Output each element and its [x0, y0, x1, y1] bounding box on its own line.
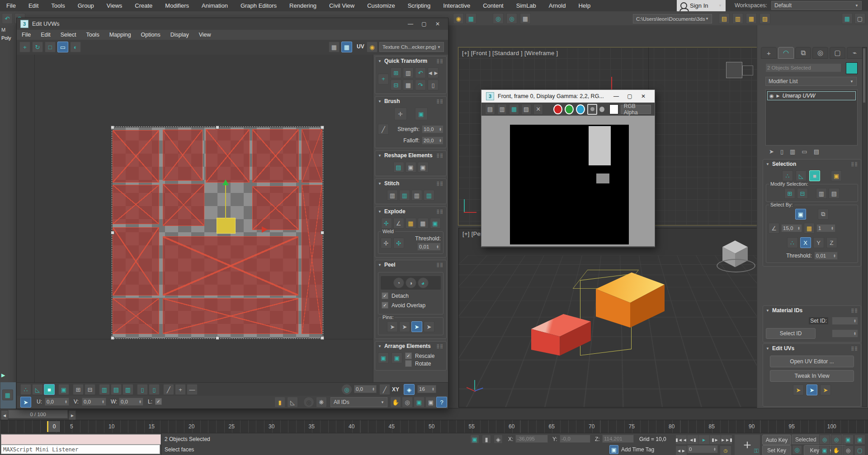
uv-layout-icon[interactable]: ▦ [2, 389, 13, 400]
rotate-cw-icon[interactable]: ↷ [415, 80, 426, 90]
rotate-checkbox[interactable] [405, 360, 412, 367]
marquee-handle[interactable] [321, 336, 324, 340]
uv-select-column-icon[interactable]: ▤ [111, 384, 122, 395]
time-slider[interactable]: 0 [47, 421, 61, 432]
pan-view-icon[interactable]: ✋ [831, 446, 842, 455]
rollout-header[interactable]: ▼ Stitch ⣿⣿ [375, 179, 446, 188]
menu-item[interactable]: File [0, 0, 22, 11]
edge-limit-field[interactable]: 16▲▼ [417, 385, 436, 393]
straighten-icon[interactable]: ▤ [393, 162, 404, 173]
filter-selected-faces-icon[interactable]: ◺ [287, 397, 298, 408]
orange-box-object[interactable] [596, 272, 665, 328]
move-brush-icon[interactable]: ✛ [394, 108, 407, 120]
menu-item[interactable]: Edit [22, 0, 45, 11]
select-threshold-field[interactable]: 0,01▲▼ [814, 252, 838, 260]
uv-brush-smaller-icon[interactable]: — [187, 384, 198, 395]
viewcube-ring[interactable] [717, 259, 755, 272]
uv-element-icon[interactable]: ▣ [58, 384, 69, 395]
flatten-by-group-icon[interactable]: ✢ [381, 218, 392, 229]
menu-item[interactable]: SimLab [510, 0, 542, 11]
uv-canvas[interactable] [17, 55, 373, 400]
select-mat-id-icon[interactable]: ▦ [804, 223, 815, 234]
space-horizontal-icon[interactable]: ⊟ [391, 80, 401, 90]
weld-custom-icon[interactable]: ✢ [381, 238, 392, 249]
falloff-shape-icon[interactable]: ╱ [378, 124, 389, 135]
open-scene-explorer-icon[interactable]: ▥ [732, 13, 743, 24]
rendered-image[interactable] [510, 125, 629, 244]
pin-icon[interactable]: ➤ [387, 321, 398, 332]
weld-selected-icon[interactable]: ✣ [393, 238, 404, 249]
project-folder-field[interactable]: C:\Users\leon\Documents\3ds Max 2020 ▼ [633, 14, 712, 23]
object-name-field[interactable]: 2 Objects Selected [765, 63, 841, 72]
marquee-handle[interactable] [321, 231, 324, 235]
auto-key-button[interactable]: Auto Key [762, 435, 791, 445]
zoom-icon[interactable]: ◎ [402, 397, 413, 408]
flatten-custom-icon[interactable]: ▣ [430, 218, 441, 229]
go-to-start-icon[interactable]: ▮◄◄ [675, 435, 687, 445]
uv-menu-item[interactable]: Select [56, 32, 81, 38]
grow-selection-icon[interactable]: ⊞ [784, 188, 795, 199]
channel-dropdown[interactable]: RGB Alpha [621, 105, 651, 114]
uv-move-icon[interactable]: + [19, 42, 30, 52]
zoom-extents-icon[interactable]: ▣ [425, 397, 436, 408]
brush-falloff-field[interactable]: 20,0▲▼ [422, 136, 443, 145]
set-keys-button[interactable]: +⚿ [734, 434, 760, 455]
align-horizontal-icon[interactable]: ⊞ [391, 67, 401, 78]
rollout-header[interactable]: ▼ Explode ⣿⣿ [375, 207, 446, 216]
alpha-channel-icon[interactable] [599, 107, 604, 112]
rollout-header[interactable]: ▼ Quick Transform ⣿⣿ [375, 56, 446, 66]
sign-in-button[interactable]: Sign In ▼ [677, 0, 726, 11]
rollout-header[interactable]: ▼ Arrange Elements ⣿⣿ [375, 342, 446, 351]
menu-item[interactable]: Graph Editors [234, 0, 283, 11]
copy-image-icon[interactable]: ▥ [497, 104, 507, 115]
unpin-icon[interactable]: ➤ [399, 321, 410, 332]
current-frame-field[interactable]: 0▲▼ [687, 445, 718, 453]
rollout-header[interactable]: ▼ Material IDs ⣿⣿ [763, 306, 861, 315]
rollout-header[interactable]: ▼ Peel ⣿⣿ [375, 260, 446, 269]
menu-item[interactable]: Arnold [542, 0, 572, 11]
modifier-stack-entry[interactable]: ◉ ▶ Unwrap UVW [767, 91, 856, 100]
maxscript-mini-listener[interactable]: MAXScript Mini Listener [1, 445, 160, 454]
align-v-edge-icon[interactable]: ▯ [428, 80, 439, 90]
rollout-header[interactable]: ▼ Edit UVs ⣿⣿ [763, 344, 861, 353]
workspace-dropdown[interactable]: Default ▼ [771, 1, 862, 10]
panel-scrollbar[interactable] [862, 47, 867, 407]
menu-item[interactable]: Scripting [401, 0, 437, 11]
prev-range-icon[interactable]: ◄ [1, 410, 8, 420]
maximize-viewport-toggle-icon[interactable]: ▢ [854, 446, 865, 455]
clone-window-icon[interactable]: ▦ [509, 104, 519, 115]
detach-checkbox[interactable]: ✓ [382, 292, 388, 299]
align-vertical-icon[interactable]: ▥ [403, 67, 414, 78]
uv-menu-item[interactable]: Mapping [104, 32, 136, 38]
texture-dropdown[interactable]: Texture Ch...ecker.png) ▼ [379, 42, 444, 52]
vertex-subobject-icon[interactable]: ∴ [782, 170, 793, 181]
background-color-swatch[interactable] [609, 104, 618, 114]
stitch-average-icon[interactable]: ▥ [411, 190, 422, 201]
uv-grow-select-icon[interactable]: ⊞ [73, 384, 84, 395]
menu-item[interactable]: Group [71, 0, 100, 11]
blue-channel-icon[interactable] [576, 104, 585, 114]
macro-recorder-field[interactable] [1, 434, 161, 445]
show-end-result-icon[interactable]: ▯ [780, 148, 783, 155]
stitch-custom-icon[interactable]: ▥ [387, 190, 398, 201]
isolate-toggle-icon[interactable]: ▢ [854, 13, 865, 24]
quick-planar-z-icon[interactable]: ➤ [820, 385, 831, 395]
make-unique-icon[interactable]: ▥ [790, 148, 795, 155]
zoom-extents-icon[interactable]: ▣ [843, 435, 854, 445]
v-field[interactable]: 0,0▲▼ [82, 398, 106, 406]
weld-threshold-field[interactable]: 0,01▲▼ [417, 243, 441, 251]
align-h-edge-icon[interactable]: ◄► [428, 67, 439, 78]
rollout-header[interactable]: ▼ Reshape Elements ⣿⣿ [375, 151, 446, 160]
xy-space-label[interactable]: XY [392, 386, 399, 393]
menu-item[interactable]: Create [128, 0, 159, 11]
uv-menu-item[interactable]: Edit [36, 32, 56, 38]
viewport-layout-icon[interactable]: ▦ [842, 13, 853, 24]
uv-rotate-icon[interactable]: ↻ [32, 42, 43, 52]
pin-stack-icon[interactable]: ➤ [769, 148, 774, 155]
relax-icon[interactable]: ▣ [418, 162, 429, 173]
texture-options-icon[interactable]: ◉ [367, 42, 377, 52]
key-mode-toggle-icon[interactable]: ◄► [675, 446, 687, 455]
lock-icon[interactable]: ▮ [274, 397, 285, 408]
stitch-target-icon[interactable]: ▥ [424, 190, 434, 201]
uv-shrink-select-icon[interactable]: ⊟ [85, 384, 95, 395]
